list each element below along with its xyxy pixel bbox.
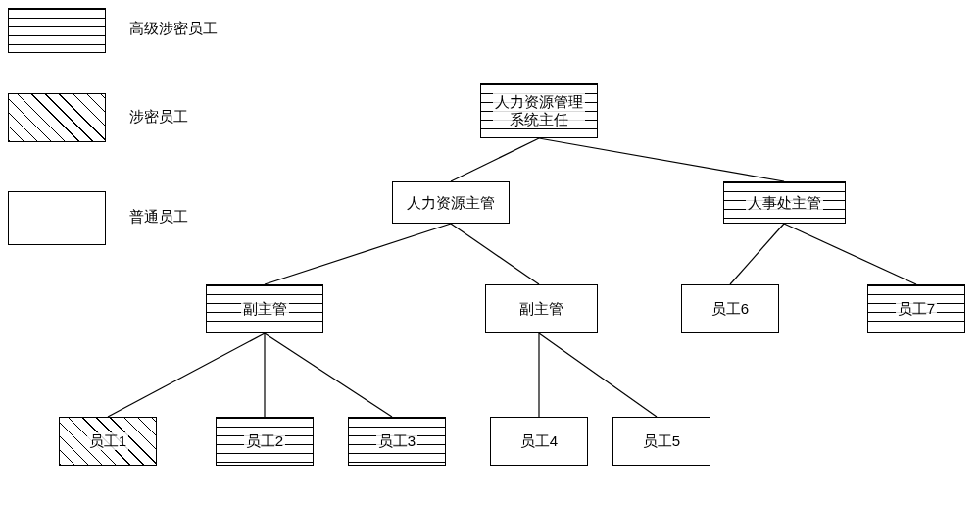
legend-label-senior: 高级涉密员工 — [129, 20, 218, 38]
legend-label-secret: 涉密员工 — [129, 108, 188, 127]
node-emp6: 员工6 — [681, 284, 779, 333]
node-emp2-label: 员工2 — [244, 432, 285, 450]
node-emp4: 员工4 — [490, 417, 588, 466]
svg-line-2 — [265, 224, 451, 284]
svg-line-3 — [451, 224, 539, 284]
node-root: 人力资源管理 系统主任 — [480, 83, 598, 138]
svg-line-1 — [539, 138, 784, 181]
node-emp4-label: 员工4 — [518, 432, 560, 450]
node-emp5: 员工5 — [612, 417, 710, 466]
svg-line-8 — [539, 333, 657, 417]
node-root-label: 人力资源管理 系统主任 — [493, 93, 585, 128]
node-hr-head-label: 人力资源主管 — [405, 194, 497, 212]
legend-swatch-senior — [8, 8, 106, 53]
node-emp7: 员工7 — [867, 284, 965, 333]
legend-swatch-secret — [8, 93, 106, 142]
node-emp6-label: 员工6 — [710, 300, 751, 318]
node-deputy-b-label: 副主管 — [517, 300, 565, 318]
node-emp5-label: 员工5 — [641, 432, 682, 450]
node-personnel-head-label: 人事处主管 — [746, 194, 823, 212]
node-emp1-label: 员工1 — [87, 432, 128, 450]
node-deputy-a-label: 副主管 — [241, 300, 289, 318]
svg-line-9 — [730, 224, 784, 284]
node-hr-head: 人力资源主管 — [392, 181, 510, 224]
svg-line-4 — [108, 333, 265, 417]
node-emp3: 员工3 — [348, 417, 446, 466]
node-personnel-head: 人事处主管 — [723, 181, 846, 224]
svg-line-10 — [784, 224, 916, 284]
node-emp1: 员工1 — [59, 417, 157, 466]
node-emp2: 员工2 — [216, 417, 314, 466]
svg-line-6 — [265, 333, 392, 417]
svg-line-0 — [451, 138, 539, 181]
node-emp7-label: 员工7 — [896, 300, 937, 318]
node-deputy-b: 副主管 — [485, 284, 598, 333]
legend-swatch-normal — [8, 191, 106, 245]
legend-label-normal: 普通员工 — [129, 208, 188, 227]
node-emp3-label: 员工3 — [376, 432, 417, 450]
node-deputy-a: 副主管 — [206, 284, 323, 333]
